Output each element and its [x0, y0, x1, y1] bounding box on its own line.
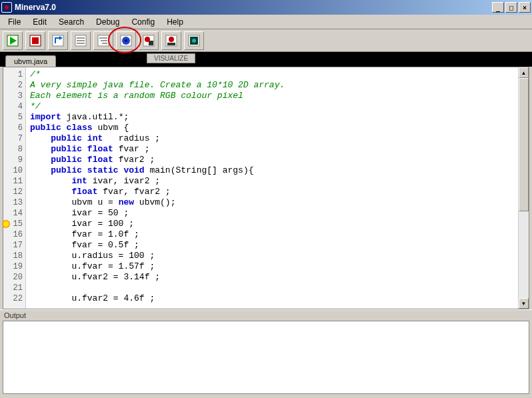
tab-strip: ubvm.java VISUALIZE	[0, 52, 532, 67]
output-panel[interactable]	[3, 321, 529, 394]
app-icon	[1, 2, 12, 13]
line-number: 14	[3, 208, 23, 219]
svg-rect-22	[167, 43, 175, 45]
titlebar: Minerva7.0 _ □ ×	[0, 0, 532, 15]
line-number: 9	[3, 155, 23, 165]
menu-file[interactable]: File	[3, 16, 26, 28]
step-over-icon	[74, 34, 87, 47]
tab-ubvm-java[interactable]: ubvm.java	[5, 55, 56, 67]
record-alt-button[interactable]	[161, 31, 181, 50]
line-gutter: 12345678910111213141516171819202122	[3, 67, 26, 309]
code-line[interactable]: ubvm u = new ubvm();	[30, 197, 514, 208]
code-line[interactable]: public class ubvm {	[30, 123, 514, 133]
record-alt-icon	[165, 34, 178, 47]
toolbar	[0, 29, 532, 52]
svg-rect-4	[53, 35, 63, 46]
line-number: 11	[3, 176, 23, 187]
minimize-button[interactable]: _	[492, 2, 504, 13]
run-button[interactable]	[3, 31, 23, 50]
vertical-scrollbar[interactable]: ▲ ▼	[518, 67, 529, 309]
code-line[interactable]: u.fvar2 = 3.14f ;	[30, 272, 514, 283]
menu-config[interactable]: Config	[126, 16, 160, 28]
code-line[interactable]: import java.util.*;	[30, 112, 514, 123]
line-number: 3	[3, 91, 23, 101]
svg-point-16	[125, 39, 127, 42]
scroll-down-button[interactable]: ▼	[519, 298, 529, 309]
step-into-icon	[97, 34, 110, 47]
code-line[interactable]: u.radius = 100 ;	[30, 251, 514, 261]
code-line[interactable]: int ivar, ivar2 ;	[30, 176, 514, 187]
breakpoint-marker[interactable]	[2, 220, 10, 228]
code-line[interactable]: public static void main(String[] args){	[30, 165, 514, 176]
record-button[interactable]	[139, 31, 159, 50]
code-line[interactable]: Each element is a random RGB colour pixe…	[30, 91, 514, 101]
code-line[interactable]: */	[30, 101, 514, 112]
step-into-button[interactable]	[93, 31, 113, 50]
line-number: 20	[3, 272, 23, 283]
menu-edit[interactable]: Edit	[27, 16, 52, 28]
line-number: 5	[3, 112, 23, 123]
line-number: 13	[3, 197, 23, 208]
code-editor[interactable]: 12345678910111213141516171819202122 /*A …	[3, 67, 529, 309]
line-number: 10	[3, 165, 23, 176]
line-number: 7	[3, 133, 23, 144]
stop-icon	[29, 34, 42, 47]
svg-rect-19	[149, 41, 153, 45]
visualize-icon	[119, 34, 133, 47]
line-number: 17	[3, 240, 23, 251]
code-line[interactable]: ivar = 100 ;	[30, 219, 514, 229]
code-line[interactable]: A very simple java file. Create a 10*10 …	[30, 80, 514, 91]
code-line[interactable]: /*	[30, 69, 514, 80]
line-number: 6	[3, 123, 23, 133]
screen-button[interactable]	[184, 31, 204, 50]
output-label: Output	[0, 309, 532, 321]
step-out-icon	[51, 34, 65, 47]
scroll-up-button[interactable]: ▲	[519, 67, 529, 78]
line-number: 12	[3, 187, 23, 197]
scroll-thumb[interactable]	[519, 78, 529, 211]
line-number: 1	[3, 69, 23, 80]
line-number: 15	[3, 219, 23, 229]
step-out-button[interactable]	[48, 31, 68, 50]
line-number: 19	[3, 261, 23, 272]
stop-button[interactable]	[25, 31, 45, 50]
svg-point-21	[169, 37, 174, 42]
menu-search[interactable]: Search	[53, 16, 89, 28]
screen-icon	[187, 34, 201, 47]
code-line[interactable]: u.fvar2 = 4.6f ;	[30, 293, 514, 304]
code-line[interactable]: u.fvar = 1.57f ;	[30, 261, 514, 272]
visualize-button[interactable]	[116, 31, 136, 50]
scroll-track[interactable]	[519, 78, 529, 298]
line-number: 18	[3, 251, 23, 261]
code-line[interactable]: public float fvar2 ;	[30, 155, 514, 165]
code-line[interactable]	[30, 283, 514, 293]
run-icon	[6, 34, 19, 47]
line-number: 16	[3, 229, 23, 240]
svg-point-25	[192, 39, 196, 43]
code-line[interactable]: public int radius ;	[30, 133, 514, 144]
code-line[interactable]: fvar = 1.0f ;	[30, 229, 514, 240]
code-line[interactable]: public float fvar ;	[30, 144, 514, 155]
line-number: 4	[3, 101, 23, 112]
code-area[interactable]: /*A very simple java file. Create a 10*1…	[26, 67, 518, 309]
window-title: Minerva7.0	[15, 3, 492, 12]
close-button[interactable]: ×	[519, 2, 531, 13]
step-over-button[interactable]	[71, 31, 91, 50]
visualize-button[interactable]: VISUALIZE	[147, 53, 195, 63]
menu-help[interactable]: Help	[161, 16, 189, 28]
menubar: FileEditSearchDebugConfigHelp	[0, 15, 532, 29]
code-line[interactable]: float fvar, fvar2 ;	[30, 187, 514, 197]
line-number: 22	[3, 293, 23, 304]
code-line[interactable]: fvar = 0.5f ;	[30, 240, 514, 251]
svg-rect-3	[32, 37, 39, 44]
line-number: 8	[3, 144, 23, 155]
line-number: 2	[3, 80, 23, 91]
menu-debug[interactable]: Debug	[91, 16, 125, 28]
record-icon	[142, 34, 155, 47]
line-number: 21	[3, 283, 23, 293]
maximize-button[interactable]: □	[505, 2, 517, 13]
code-line[interactable]: ivar = 50 ;	[30, 208, 514, 219]
